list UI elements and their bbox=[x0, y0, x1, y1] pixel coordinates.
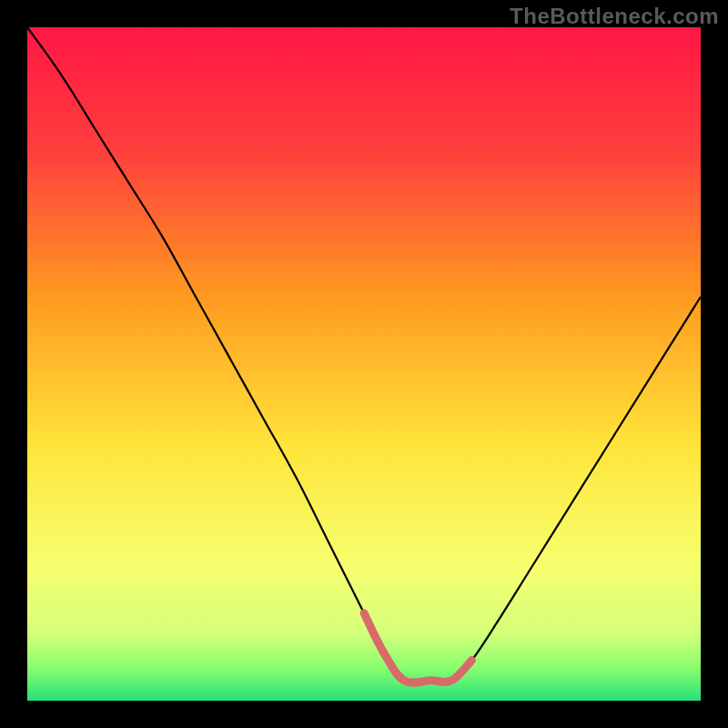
gradient-background bbox=[27, 27, 701, 701]
bottleneck-chart bbox=[27, 27, 701, 701]
chart-frame: TheBottleneck.com bbox=[0, 0, 728, 728]
plot-area bbox=[27, 27, 701, 701]
watermark-text: TheBottleneck.com bbox=[510, 4, 719, 29]
